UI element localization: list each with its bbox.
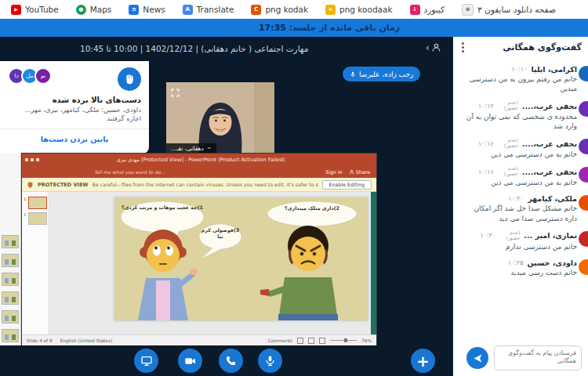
- microphone-icon: [264, 355, 276, 367]
- microphone-button[interactable]: [258, 349, 282, 373]
- comments-button[interactable]: Comments: [268, 338, 292, 343]
- raised-hands-avatars: داملنم: [8, 67, 48, 85]
- session-time: 17:35: [259, 23, 286, 33]
- chat-message-text: محدوده ی شخصی که نمی توان به آن وارد شد: [458, 112, 577, 131]
- chat-sender-name: ملکی، کیامهر: [528, 194, 577, 203]
- window-edge: [371, 192, 376, 334]
- raised-hands-title: دست‌های بالا برده شده: [8, 96, 141, 104]
- slide-sorter-icon[interactable]: [308, 338, 314, 344]
- raised-hand-icon: [123, 73, 136, 85]
- bookmark-item[interactable]: ● Maps: [76, 5, 112, 15]
- slide-thumbnail[interactable]: [2, 254, 19, 267]
- active-speaker-pill[interactable]: رجب زاده، علیرضا: [343, 67, 420, 81]
- chevron-left-icon: ‹: [426, 43, 430, 52]
- avatar: [579, 195, 588, 211]
- monitor-icon: [140, 355, 153, 367]
- chat-input-row: [453, 340, 588, 376]
- chat-message-input[interactable]: [494, 345, 582, 371]
- chat-message: نماری، امیر ... (عدم حضور) ۱۰:۲۰ خانم من…: [458, 230, 577, 251]
- enable-editing-button[interactable]: Enable Editing: [322, 180, 372, 190]
- bookmark-item[interactable]: × png koodaak: [325, 5, 393, 15]
- protected-view-message: Be careful—files from the Internet can c…: [93, 182, 318, 187]
- zoom-level[interactable]: 76%: [361, 338, 372, 343]
- slide-thumbnail[interactable]: 2: [22, 211, 49, 226]
- news-icon: ≡: [129, 5, 139, 15]
- chat-sender-name: نجفی عرب،....: [522, 102, 577, 110]
- zoom-slider[interactable]: [330, 340, 357, 341]
- lower-hands-button[interactable]: پایین بردن دست‌ها: [8, 135, 141, 143]
- chat-menu-icon[interactable]: [459, 40, 466, 55]
- chat-sender-name: نجفی عرب،....: [522, 139, 577, 148]
- camera-button[interactable]: [178, 349, 202, 373]
- chat-timestamp: ۱۰:۱۲: [478, 103, 494, 110]
- avatar: [579, 139, 588, 154]
- chat-message: اکرامی، ایلیا ۱۰:۱۰ خانم من رفتم بیرون ب…: [458, 65, 577, 93]
- fullscreen-icon[interactable]: [170, 86, 180, 101]
- divider: [0, 128, 149, 129]
- absence-tag: (عدم حضور): [498, 138, 518, 149]
- chat-message-text: خانم من دسترسی ندارم: [458, 242, 577, 251]
- powerpoint-window: مهدی نیری [Protected View] - PowerPoint …: [22, 154, 376, 345]
- tell-me-box[interactable]: Tell me what you want to do...: [94, 169, 165, 175]
- slide-thumbnail[interactable]: [2, 291, 19, 305]
- bookmark-item[interactable]: ↓ کیبورد: [410, 5, 445, 15]
- active-speaker-name: رجب زاده، علیرضا: [359, 70, 413, 78]
- chat-message-text: خانم مشکل صدا حل شد اگر امکان داره دسترس…: [458, 204, 577, 222]
- language-indicator: English (United States): [60, 338, 113, 343]
- chat-message: نجفی عرب،.... (عدم حضور) ۱۰:۱۲ محدوده ی …: [458, 100, 577, 131]
- slideshow-icon[interactable]: [319, 338, 325, 344]
- youtube-icon: ▶: [11, 5, 21, 15]
- avatar: [579, 259, 588, 275]
- translate-icon: A: [183, 5, 193, 15]
- bookmark-item[interactable]: ⊕ صفحه دانلود سایفون ٣: [462, 4, 556, 16]
- chat-header: گفت‌وگوی همگانی: [453, 37, 588, 57]
- chat-sender-name: نجفی عرب،....: [522, 168, 577, 176]
- download-icon: ↓: [410, 5, 420, 15]
- session-bar: زمان باقی مانده از جلسه: 17:35: [0, 19, 588, 37]
- chat-message: ملکی، کیامهر ۱۰:۲۰ خانم مشکل صدا حل شد ا…: [458, 194, 577, 222]
- chat-timestamp: ۱۰:۲۰: [480, 232, 495, 239]
- chat-message-text: خانم دست رسی میدید: [458, 268, 577, 277]
- chat-panel: گفت‌وگوی همگانی اکرامی، ایلیا ۱۰:۱۰ خانم…: [452, 37, 588, 376]
- shield-icon: [27, 181, 34, 189]
- protected-view-bar: PROTECTED VIEW Be careful—files from the…: [22, 178, 376, 192]
- raised-hands-panel: داملنم دست‌های بالا برده شده داودی، حسین…: [0, 61, 149, 154]
- camera-icon: [184, 355, 197, 367]
- add-button[interactable]: +: [411, 349, 435, 373]
- chevron-up-icon: ^: [207, 146, 212, 153]
- phone-button[interactable]: [219, 349, 243, 373]
- meeting-main: مهارت اجتماعی ( خانم دهقانی) | 1402/12/1…: [0, 37, 452, 376]
- slide-thumbnail[interactable]: [2, 329, 19, 342]
- chat-timestamp: ۱۰:۱۰: [512, 66, 528, 73]
- powerpoint-body: 1 2: [22, 192, 376, 334]
- bookmark-item[interactable]: A Translate: [183, 5, 234, 15]
- send-message-button[interactable]: [466, 347, 488, 369]
- avatar: [579, 66, 588, 81]
- participants-toggle[interactable]: ‹: [426, 42, 441, 52]
- powerpoint-window-title: مهدی نیری [Protected View] - PowerPoint …: [44, 157, 358, 163]
- chat-title: گفت‌وگوی همگانی: [503, 42, 582, 52]
- protected-view-label: PROTECTED VIEW: [38, 182, 89, 188]
- chat-timestamp: ۱۰:۱۶: [478, 140, 494, 147]
- powerpoint-statusbar: Slide 4 of 8 English (United States) Com…: [22, 334, 376, 345]
- slide-thumbnail[interactable]: [2, 273, 19, 286]
- site-c-icon: C: [251, 5, 261, 15]
- site-x-icon: ×: [325, 5, 336, 15]
- slide-thumbnail[interactable]: [2, 235, 19, 248]
- bookmark-item[interactable]: ▶ YouTube: [11, 5, 59, 15]
- slide-number-indicator: Slide 4 of 8: [27, 338, 53, 343]
- slide-thumbnail[interactable]: 1: [22, 195, 49, 211]
- sign-in-button[interactable]: Sign in: [325, 169, 342, 175]
- share-button[interactable]: Share: [349, 169, 370, 175]
- slide-cartoon-image: [114, 197, 368, 320]
- slide-thumbnail[interactable]: [2, 310, 19, 324]
- chat-sender-name: داودی، حسین: [528, 258, 577, 267]
- chat-message: داودی، حسین ۱۰:۲۵ خانم دست رسی میدید: [458, 258, 577, 277]
- bookmark-item[interactable]: ≡ News: [129, 5, 165, 15]
- bookmark-item[interactable]: C png kodak: [251, 5, 308, 15]
- screen-share-button[interactable]: [134, 349, 158, 373]
- powerpoint-ribbon: Tell me what you want to do... Sign in S…: [22, 166, 376, 178]
- normal-view-icon[interactable]: [297, 338, 303, 344]
- chat-sender-name: نماری، امیر ...: [524, 231, 577, 240]
- meeting-title: مهارت اجتماعی ( خانم دهقانی) | 1402/12/1…: [80, 44, 308, 53]
